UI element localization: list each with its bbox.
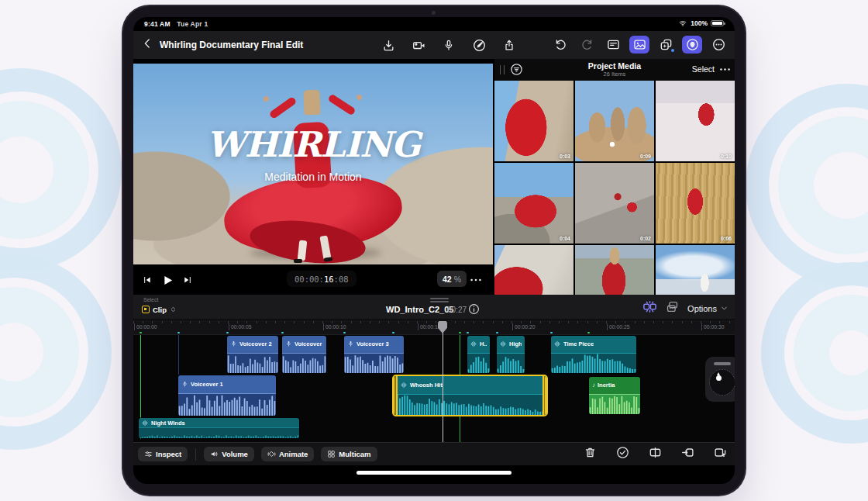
- media-thumbnail[interactable]: 0:10: [656, 81, 735, 161]
- media-browser-button[interactable]: [629, 36, 649, 54]
- media-thumbnail[interactable]: 0:09: [575, 81, 654, 161]
- timeline-clip-h[interactable]: H...: [467, 335, 491, 374]
- speaker-icon: [210, 450, 219, 458]
- import-button[interactable]: [378, 36, 398, 54]
- mic-icon: [181, 381, 188, 388]
- ruler-label: 00:00:30: [701, 323, 724, 330]
- jog-wheel-widget[interactable]: [705, 357, 735, 402]
- clip-duration-badge: 0:02: [640, 236, 651, 241]
- keyframe-icon: [267, 450, 276, 458]
- ruler-label: 00:00:15: [418, 323, 440, 330]
- clip-edge-guide: [178, 335, 180, 375]
- multicam-button[interactable]: Multicam: [321, 447, 377, 461]
- timeline-clip-inertia[interactable]: ♪Inertia: [588, 376, 641, 415]
- media-thumbnail[interactable]: [494, 245, 574, 295]
- media-panel-header: Project Media 26 Items Select: [494, 59, 735, 81]
- timeline-clip-voiceover-3[interactable]: Voiceover 3: [343, 335, 405, 374]
- select-button[interactable]: Select: [692, 64, 715, 74]
- selected-clip-duration: 00:27: [447, 306, 467, 314]
- jog-wheel-icon: [686, 38, 699, 51]
- play-button[interactable]: [160, 272, 175, 288]
- timeline-drag-handle[interactable]: [430, 298, 449, 304]
- magnetic-timeline-button[interactable]: [642, 299, 657, 317]
- media-thumbnail[interactable]: 0:03: [494, 81, 574, 161]
- options-button[interactable]: Options: [687, 304, 728, 313]
- timeline-ruler[interactable]: 00:00:00 00:00:05 00:00:10 00:00:15 00:0…: [133, 320, 735, 335]
- clip-label: Voiceover 3: [356, 340, 389, 347]
- redo-button[interactable]: [577, 36, 597, 54]
- jog-wheel-toggle-button[interactable]: [682, 36, 702, 54]
- tool-mode-label: Select: [143, 297, 158, 302]
- delete-button[interactable]: [583, 446, 597, 460]
- timeline-clip-voiceover-2b[interactable]: Voiceover 2: [281, 335, 327, 374]
- insert-clip-button[interactable]: [680, 446, 694, 460]
- chevron-down-icon: [720, 304, 728, 313]
- audio-wave-icon: [142, 420, 149, 427]
- approve-button[interactable]: [615, 446, 629, 460]
- clip-info-button[interactable]: [468, 303, 480, 315]
- media-thumbnail[interactable]: 0:04: [494, 163, 574, 244]
- decorative-ring: [0, 68, 122, 271]
- timeline-clip-whoosh-hit-selected[interactable]: Whoosh Hit: [392, 375, 548, 416]
- play-icon: [162, 275, 174, 286]
- zoom-level-control[interactable]: 42%: [437, 271, 467, 287]
- titles-button[interactable]: [603, 36, 623, 54]
- record-video-button[interactable]: [408, 36, 429, 54]
- media-thumbnail[interactable]: [656, 245, 735, 295]
- media-thumbnail[interactable]: 0:02: [575, 163, 654, 244]
- inspect-button[interactable]: Inspect: [138, 447, 188, 461]
- clip-label: High...: [509, 340, 522, 347]
- jog-drag-handle[interactable]: [714, 362, 731, 365]
- timeline-clip-time-piece[interactable]: Time Piece: [550, 335, 637, 374]
- viewer-more-button[interactable]: [469, 273, 483, 287]
- next-frame-button[interactable]: [181, 274, 194, 286]
- subtitle-overlay: Meditation in Motion: [133, 171, 493, 183]
- back-button[interactable]: [140, 37, 155, 53]
- info-icon: [468, 303, 480, 315]
- front-camera: [432, 11, 436, 15]
- clip-duration-badge: 0:06: [721, 236, 732, 241]
- jog-dial[interactable]: [709, 369, 735, 396]
- undo-button[interactable]: [550, 36, 570, 54]
- ipad-device-frame: 9:41 AM Tue Apr 1 100% Whirling Document…: [123, 6, 745, 495]
- import-icon: [382, 39, 395, 52]
- home-indicator[interactable]: [356, 471, 512, 475]
- share-icon: [503, 39, 515, 52]
- media-thumbnail[interactable]: 0:06: [656, 163, 735, 244]
- timecode-display[interactable]: 00:00:16:08: [287, 271, 356, 287]
- connected-clips-button[interactable]: [666, 300, 679, 316]
- animate-button[interactable]: Animate: [261, 447, 314, 461]
- video-preview[interactable]: WHIRLING Meditation in Motion: [133, 64, 493, 264]
- clip-tool-selector[interactable]: Clip: [142, 305, 177, 314]
- battery-percent: 100%: [691, 19, 708, 27]
- timeline-clip-high[interactable]: High...: [496, 335, 525, 374]
- decorative-ring: [761, 262, 868, 444]
- media-thumbnail[interactable]: [575, 245, 654, 295]
- split-clip-button[interactable]: [648, 446, 662, 460]
- record-voiceover-button[interactable]: [439, 36, 459, 54]
- audio-wave-icon: [401, 382, 408, 389]
- share-button[interactable]: [499, 36, 519, 54]
- previous-frame-button[interactable]: [141, 274, 153, 286]
- mic-icon: [347, 340, 354, 347]
- mic-icon: [285, 340, 292, 347]
- clip-tool-icon: [142, 306, 150, 313]
- top-toolbar: Whirling Documentary Final Edit: [133, 31, 735, 59]
- viewer-panel: WHIRLING Meditation in Motion 00:00:16:0…: [133, 59, 493, 295]
- overwrite-clip-button[interactable]: [713, 446, 727, 460]
- ruler-label: 00:00:20: [512, 323, 535, 330]
- more-button[interactable]: [708, 36, 728, 54]
- media-more-button[interactable]: [718, 64, 731, 76]
- photos-icon: [633, 38, 646, 51]
- timeline-clip-night-winds[interactable]: Night Winds: [138, 417, 300, 439]
- audio-wave-icon: [500, 340, 507, 347]
- pencil-tool-button[interactable]: [469, 36, 489, 54]
- volume-button[interactable]: Volume: [204, 447, 254, 461]
- timeline-clip-voiceover-2[interactable]: Voiceover 2: [226, 335, 279, 374]
- clip-duration-badge: 0:10: [721, 154, 732, 159]
- audio-wave-icon: [470, 340, 477, 347]
- clip-label: H...: [480, 340, 487, 347]
- skip-forward-icon: [183, 275, 192, 285]
- timeline-clip-voiceover-1[interactable]: Voiceover 1: [177, 375, 277, 416]
- effects-button[interactable]: [656, 36, 676, 54]
